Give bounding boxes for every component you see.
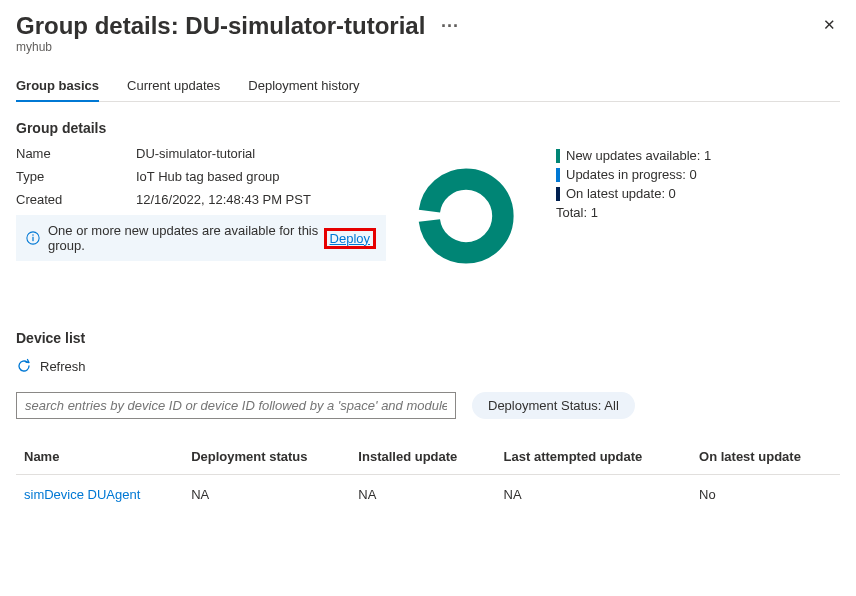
cell-on-latest: No: [691, 475, 840, 515]
svg-point-1: [32, 234, 34, 236]
refresh-icon: [16, 358, 32, 374]
legend-item-new-updates: New updates available: 1: [556, 148, 711, 163]
legend-item-in-progress: Updates in progress: 0: [556, 167, 711, 182]
tab-current-updates[interactable]: Current updates: [127, 72, 220, 101]
legend-total: Total: 1: [556, 205, 711, 220]
name-label: Name: [16, 146, 136, 161]
refresh-label: Refresh: [40, 359, 86, 374]
legend-label: New updates available: 1: [566, 148, 711, 163]
info-banner: One or more new updates are available fo…: [16, 215, 386, 261]
page-title: Group details: DU-simulator-tutorial: [16, 12, 425, 40]
col-on-latest[interactable]: On latest update: [691, 439, 840, 475]
col-name[interactable]: Name: [16, 439, 183, 475]
name-value: DU-simulator-tutorial: [136, 146, 255, 161]
status-donut-chart: [416, 166, 516, 266]
col-deployment-status[interactable]: Deployment status: [183, 439, 350, 475]
svg-rect-2: [32, 237, 33, 241]
device-link[interactable]: simDevice DUAgent: [24, 487, 140, 502]
legend-swatch: [556, 187, 560, 201]
tab-bar: Group basics Current updates Deployment …: [16, 72, 840, 102]
breadcrumb: myhub: [16, 40, 840, 54]
type-label: Type: [16, 169, 136, 184]
type-value: IoT Hub tag based group: [136, 169, 280, 184]
deployment-status-filter[interactable]: Deployment Status: All: [472, 392, 635, 419]
legend-total-value: 1: [591, 205, 598, 220]
tab-deployment-history[interactable]: Deployment history: [248, 72, 359, 101]
created-label: Created: [16, 192, 136, 207]
cell-installed-update: NA: [350, 475, 495, 515]
cell-deployment-status: NA: [183, 475, 350, 515]
legend-total-label: Total: [556, 205, 583, 220]
legend-swatch: [556, 168, 560, 182]
info-banner-text: One or more new updates are available fo…: [48, 223, 323, 253]
svg-point-3: [429, 179, 503, 253]
device-table: Name Deployment status Installed update …: [16, 439, 840, 514]
device-list-heading: Device list: [16, 330, 840, 346]
legend-swatch: [556, 149, 560, 163]
col-installed-update[interactable]: Installed update: [350, 439, 495, 475]
created-value: 12/16/2022, 12:48:43 PM PST: [136, 192, 311, 207]
more-actions-icon[interactable]: ···: [441, 16, 459, 37]
col-last-attempted[interactable]: Last attempted update: [496, 439, 691, 475]
chart-legend: New updates available: 1 Updates in prog…: [556, 148, 711, 224]
legend-item-on-latest: On latest update: 0: [556, 186, 711, 201]
deploy-highlight: Deploy: [324, 228, 376, 249]
group-details-heading: Group details: [16, 120, 840, 136]
legend-label: On latest update: 0: [566, 186, 676, 201]
legend-label: Updates in progress: 0: [566, 167, 697, 182]
tab-group-basics[interactable]: Group basics: [16, 72, 99, 101]
cell-last-attempted: NA: [496, 475, 691, 515]
info-icon: [26, 231, 40, 245]
search-input[interactable]: [16, 392, 456, 419]
close-icon[interactable]: ✕: [823, 16, 836, 34]
table-row: simDevice DUAgent NA NA NA No: [16, 475, 840, 515]
deploy-link[interactable]: Deploy: [330, 231, 370, 246]
refresh-button[interactable]: Refresh: [16, 358, 86, 374]
